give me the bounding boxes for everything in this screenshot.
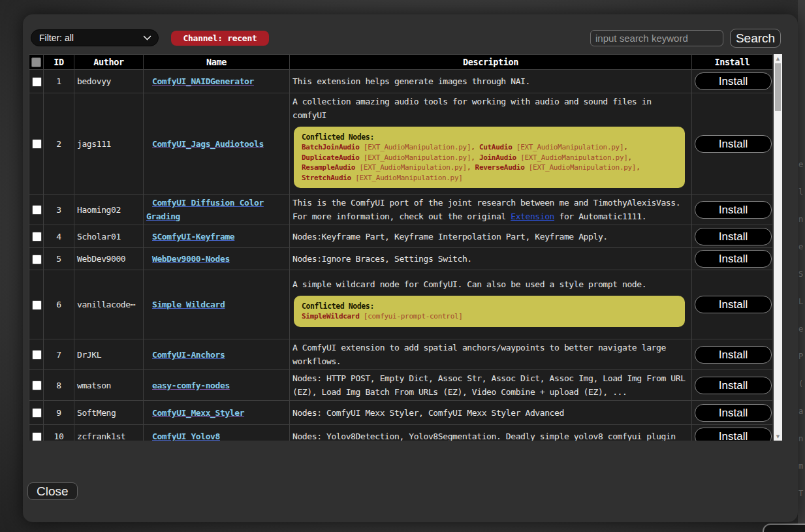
cell-author: jags111 bbox=[74, 93, 144, 195]
extensions-table: ID Author Name Description Install 1bedo… bbox=[29, 54, 772, 441]
cell-description: A collection amazing audio tools for wor… bbox=[290, 93, 692, 195]
cell-id: 5 bbox=[44, 248, 74, 270]
cell-id: 8 bbox=[44, 370, 74, 401]
install-button[interactable]: Install bbox=[695, 377, 772, 394]
extension-name-link[interactable]: ComfyUI-Anchors bbox=[152, 350, 225, 360]
cell-author: bedovyy bbox=[74, 70, 144, 93]
install-button[interactable]: Install bbox=[695, 428, 772, 441]
install-button[interactable]: Install bbox=[695, 250, 772, 268]
install-button[interactable]: Install bbox=[695, 72, 772, 90]
search-input[interactable] bbox=[590, 30, 723, 46]
cell-name: Simple Wildcard bbox=[144, 270, 290, 339]
cell-author: WebDev9000 bbox=[74, 248, 144, 270]
install-button[interactable]: Install bbox=[695, 201, 772, 219]
close-button[interactable]: Close bbox=[27, 482, 78, 500]
cell-name: SComfyUI-Keyframe bbox=[144, 225, 290, 248]
occluded-text-fragment: P bbox=[798, 352, 803, 361]
header-name: Name bbox=[144, 55, 290, 70]
extension-name-link[interactable]: WebDev9000-Nodes bbox=[152, 254, 230, 264]
cell-name: easy-comfy-nodes bbox=[144, 370, 290, 401]
conflict-node-name: CutAudio bbox=[479, 143, 513, 151]
conflict-node-source: [EXT_AudioManipulation.py] bbox=[355, 174, 462, 182]
table-row: 3Haoming02ComfyUI Diffusion Color Gradin… bbox=[29, 195, 773, 225]
row-checkbox[interactable] bbox=[32, 205, 42, 215]
scroll-up-icon[interactable]: ▲ bbox=[774, 54, 782, 63]
scrollbar-thumb[interactable] bbox=[775, 63, 781, 111]
description-text: A ComfyUI extension to add spatial ancho… bbox=[292, 341, 689, 368]
cell-description: Nodes: HTTP POST, Empty Dict, Assoc Str,… bbox=[290, 370, 692, 401]
header-id: ID bbox=[44, 55, 74, 70]
table-scrollbar[interactable]: ▲ ▼ bbox=[774, 54, 782, 441]
conflict-warning-box: Conflicted Nodes:SimpleWildcard [comfyui… bbox=[294, 296, 685, 327]
conflict-node-source: [EXT_AudioManipulation.py] bbox=[364, 153, 471, 162]
cell-id: 9 bbox=[44, 401, 74, 425]
cell-name: ComfyUI_Jags_Audiotools bbox=[144, 93, 290, 195]
filter-select-label: Filter: all bbox=[39, 33, 74, 43]
scroll-down-icon[interactable]: ▼ bbox=[774, 432, 782, 441]
conflict-items: SimpleWildcard [comfyui-prompt-control] bbox=[302, 311, 677, 322]
cell-author: DrJKL bbox=[74, 339, 144, 370]
row-checkbox[interactable] bbox=[32, 255, 42, 264]
row-checkbox[interactable] bbox=[32, 300, 42, 310]
extension-name-link[interactable]: ComfyUI_NAIDGenerator bbox=[152, 76, 254, 86]
cell-name: ComfyUI-Anchors bbox=[144, 339, 290, 370]
install-button[interactable]: Install bbox=[695, 135, 772, 153]
table-row: 1bedovyyComfyUI_NAIDGeneratorThis extens… bbox=[29, 70, 773, 93]
row-checkbox[interactable] bbox=[32, 77, 42, 87]
cell-description: A ComfyUI extension to add spatial ancho… bbox=[290, 339, 692, 370]
extensions-table-zone: ID Author Name Description Install 1bedo… bbox=[29, 54, 782, 441]
extension-name-link[interactable]: ComfyUI_Jags_Audiotools bbox=[152, 139, 264, 149]
extension-name-link[interactable]: easy-comfy-nodes bbox=[152, 381, 230, 390]
cell-description: This extension helps generate images thr… bbox=[290, 70, 692, 93]
table-row: 2jags111ComfyUI_Jags_AudiotoolsA collect… bbox=[29, 93, 773, 195]
extension-name-link[interactable]: SComfyUI-Keyframe bbox=[152, 232, 234, 242]
conflict-node-name: JoinAudio bbox=[479, 153, 516, 162]
filter-select[interactable]: Filter: all bbox=[31, 29, 159, 46]
table-row: 9SoftMengComfyUI_Mexx_StylerNodes: Comfy… bbox=[29, 401, 773, 425]
description-text: Nodes: Yolov8Detection, Yolov8Segmentati… bbox=[292, 430, 689, 441]
extension-name-link[interactable]: ComfyUI_Mexx_Styler bbox=[152, 408, 244, 418]
table-row: 10zcfrank1stComfyUI Yolov8Nodes: Yolov8D… bbox=[29, 425, 773, 441]
cell-id: 4 bbox=[44, 225, 74, 248]
extension-name-link[interactable]: Simple Wildcard bbox=[152, 300, 225, 309]
cell-id: 3 bbox=[44, 195, 74, 225]
cell-name: ComfyUI_NAIDGenerator bbox=[144, 70, 290, 93]
description-text: A collection amazing audio tools for wor… bbox=[292, 95, 689, 122]
conflict-node-name: DuplicateAudio bbox=[302, 153, 360, 162]
cell-name: ComfyUI Diffusion Color Grading bbox=[144, 195, 290, 225]
conflict-node-name: SimpleWildcard bbox=[302, 312, 360, 321]
row-checkbox[interactable] bbox=[32, 139, 42, 149]
select-all-checkbox[interactable] bbox=[31, 57, 41, 67]
cell-id: 1 bbox=[44, 70, 74, 93]
occluded-text-fragment: m bbox=[798, 462, 803, 471]
row-checkbox[interactable] bbox=[32, 381, 42, 390]
occluded-text-fragment: e bbox=[798, 160, 803, 169]
description-text: Nodes: HTTP POST, Empty Dict, Assoc Str,… bbox=[292, 371, 689, 399]
row-checkbox[interactable] bbox=[32, 408, 42, 418]
description-text: This extension helps generate images thr… bbox=[292, 74, 689, 88]
row-checkbox[interactable] bbox=[32, 232, 42, 242]
install-button[interactable]: Install bbox=[695, 228, 772, 245]
header-description: Description bbox=[290, 55, 692, 70]
background-partial-button bbox=[763, 524, 805, 532]
description-link[interactable]: Extension bbox=[511, 211, 554, 221]
occluded-text-fragment: n bbox=[798, 215, 803, 224]
conflict-node-source: [EXT_AudioManipulation.py] bbox=[364, 143, 471, 151]
cell-description: Nodes:Ignore Braces, Settings Switch. bbox=[290, 248, 692, 270]
row-checkbox[interactable] bbox=[32, 432, 42, 441]
table-row: 7DrJKLComfyUI-AnchorsA ComfyUI extension… bbox=[29, 339, 773, 370]
occluded-text-fragment: l bbox=[798, 187, 803, 196]
conflict-title: Conflicted Nodes: bbox=[302, 132, 677, 142]
conflict-node-source: [EXT_AudioManipulation.py] bbox=[360, 163, 467, 172]
cell-author: SoftMeng bbox=[74, 401, 144, 425]
search-button[interactable]: Search bbox=[730, 29, 781, 48]
conflict-node-name: ResampleAudio bbox=[302, 163, 355, 172]
row-checkbox[interactable] bbox=[32, 350, 42, 360]
install-button[interactable]: Install bbox=[695, 404, 772, 422]
extension-name-link[interactable]: ComfyUI Yolov8 bbox=[152, 431, 220, 441]
occluded-text-fragment: T bbox=[798, 489, 803, 498]
install-button[interactable]: Install bbox=[695, 296, 772, 313]
extension-name-link[interactable]: ComfyUI Diffusion Color Grading bbox=[146, 198, 264, 221]
install-button[interactable]: Install bbox=[695, 346, 772, 364]
channel-badge[interactable]: Channel: recent bbox=[171, 31, 269, 46]
